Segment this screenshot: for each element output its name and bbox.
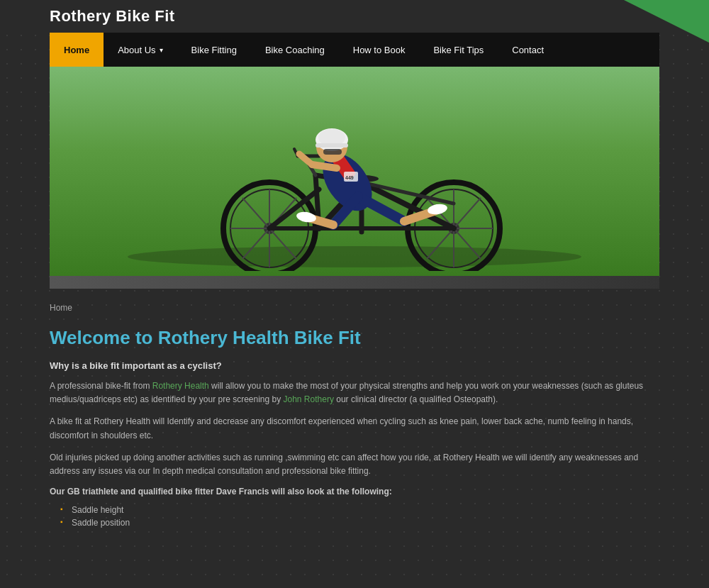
svg-rect-45	[323, 149, 342, 155]
paragraph-1-prefix: A professional bike-fit from	[50, 381, 152, 391]
nav-item-bike-fitting[interactable]: Bike Fitting	[177, 33, 251, 67]
svg-line-39	[312, 165, 337, 168]
list-item-saddle-height: Saddle height	[60, 504, 659, 516]
paragraph-1: A professional bike-fit from Rothery Hea…	[50, 379, 659, 406]
page-heading: Welcome to Rothery Health Bike Fit	[50, 327, 659, 349]
nav-item-home[interactable]: Home	[50, 33, 104, 67]
paragraph-2: A bike fit at Rothery Health will Identi…	[50, 415, 659, 442]
svg-point-1	[128, 246, 581, 267]
paragraph-1-suffix: our clinical director (a qualified Osteo…	[334, 394, 498, 404]
list-item-saddle-position: Saddle position	[60, 516, 659, 529]
hero-image: 449	[50, 67, 659, 276]
breadcrumb: Home	[50, 303, 659, 313]
corner-accent	[624, 0, 709, 43]
svg-rect-44	[316, 143, 348, 148]
nav-item-about[interactable]: About Us ▾	[104, 33, 177, 67]
feature-list: Saddle height Saddle position	[50, 504, 659, 529]
top-header: Rothery Bike Fit	[0, 0, 709, 33]
nav-item-bike-coaching[interactable]: Bike Coaching	[251, 33, 339, 67]
breadcrumb-home-link[interactable]: Home	[50, 303, 72, 313]
svg-text:449: 449	[345, 175, 354, 180]
hero-overlay: 449	[50, 67, 659, 276]
rothery-health-link[interactable]: Rothery Health	[152, 381, 209, 391]
paragraph-3: Old injuries picked up doing another act…	[50, 451, 659, 478]
nav-item-contact[interactable]: Contact	[498, 33, 558, 67]
sub-heading: Why is a bike fit important as a cyclist…	[50, 360, 659, 371]
john-rothery-link[interactable]: John Rothery	[284, 394, 334, 404]
main-nav: Home About Us ▾ Bike Fitting Bike Coachi…	[50, 33, 659, 67]
site-title: Rothery Bike Fit	[50, 7, 175, 26]
nav-item-how-to-book[interactable]: How to Book	[339, 33, 420, 67]
chevron-down-icon: ▾	[160, 46, 163, 54]
hero-stripe	[50, 276, 659, 289]
bold-intro-text: Our GB triathlete and qualified bike fit…	[50, 487, 659, 497]
nav-item-bike-fit-tips[interactable]: Bike Fit Tips	[419, 33, 498, 67]
cyclist-svg: 449	[106, 72, 603, 271]
main-content: Home Welcome to Rothery Health Bike Fit …	[50, 289, 659, 550]
